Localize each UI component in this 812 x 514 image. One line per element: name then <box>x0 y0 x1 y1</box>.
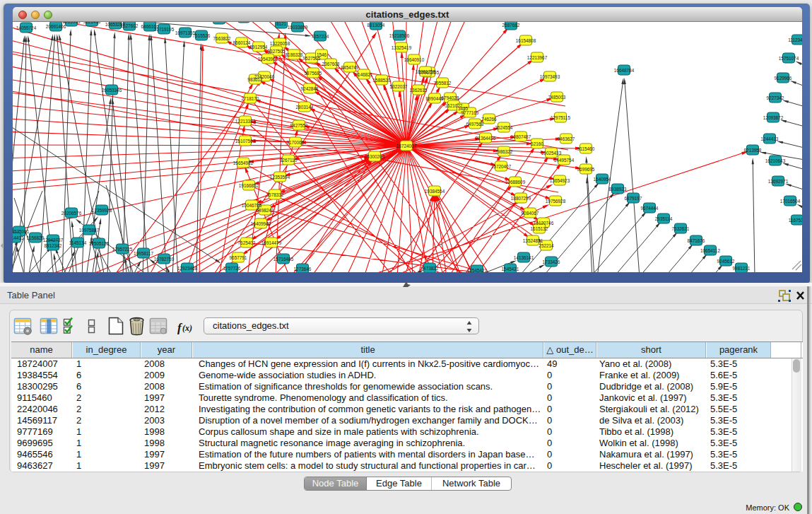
svg-text:8813054: 8813054 <box>367 23 385 28</box>
svg-text:9777169: 9777169 <box>461 110 479 115</box>
svg-text:9115460: 9115460 <box>577 146 595 151</box>
svg-text:16033809: 16033809 <box>288 25 308 30</box>
svg-text:21364436: 21364436 <box>476 136 496 141</box>
svg-text:9699695: 9699695 <box>577 167 595 172</box>
svg-text:13325419: 13325419 <box>392 45 412 50</box>
svg-text:12093872: 12093872 <box>763 115 784 120</box>
svg-text:16961758: 16961758 <box>416 69 436 74</box>
svg-text:2367608: 2367608 <box>322 62 340 66</box>
svg-text:9674444: 9674444 <box>641 206 659 211</box>
svg-text:(x): (x) <box>182 323 192 333</box>
svg-text:9463627: 9463627 <box>558 136 575 141</box>
svg-text:1615132: 1615132 <box>531 226 548 231</box>
svg-text:7485003: 7485003 <box>548 95 566 100</box>
svg-text:1244413: 1244413 <box>761 136 779 141</box>
svg-text:10025433: 10025433 <box>541 151 562 156</box>
svg-text:19756928: 19756928 <box>546 199 566 204</box>
svg-text:7955812: 7955812 <box>434 81 452 86</box>
svg-text:8121: 8121 <box>276 22 287 26</box>
svg-text:13524851: 13524851 <box>523 238 543 243</box>
svg-text:9129966: 9129966 <box>775 76 792 81</box>
svg-text:17016504: 17016504 <box>780 199 801 204</box>
svg-text:18807299: 18807299 <box>511 196 531 201</box>
svg-text:16120746: 16120746 <box>534 221 554 226</box>
svg-text:13654923: 13654923 <box>550 178 570 183</box>
svg-text:10046786: 10046786 <box>242 203 262 208</box>
svg-text:9245612: 9245612 <box>717 259 735 264</box>
svg-text:8938923: 8938923 <box>609 187 627 192</box>
svg-text:16654982: 16654982 <box>233 160 254 165</box>
svg-text:8213958: 8213958 <box>744 148 762 153</box>
svg-text:13692971: 13692971 <box>768 179 789 184</box>
svg-text:7986322: 7986322 <box>495 149 513 154</box>
svg-text:8427552: 8427552 <box>290 123 308 128</box>
svg-text:8471676: 8471676 <box>688 238 705 243</box>
svg-text:1170065: 1170065 <box>287 140 305 145</box>
svg-text:12213967: 12213967 <box>527 55 548 60</box>
svg-text:9227342: 9227342 <box>767 95 784 100</box>
svg-text:18724007: 18724007 <box>396 144 417 148</box>
svg-text:10807487: 10807487 <box>511 134 531 139</box>
svg-text:10543962: 10543962 <box>258 57 278 62</box>
svg-text:1545421: 1545421 <box>502 267 519 271</box>
svg-text:1757726: 1757726 <box>223 266 241 271</box>
svg-text:14136141: 14136141 <box>514 255 534 260</box>
svg-text:6794028: 6794028 <box>442 95 459 100</box>
svg-text:7632621: 7632621 <box>672 226 690 231</box>
svg-text:62160: 62160 <box>531 141 543 146</box>
svg-text:983612: 983612 <box>247 77 263 82</box>
svg-text:8454749: 8454749 <box>341 65 359 70</box>
svg-text:1546: 1546 <box>317 52 327 57</box>
svg-text:15720407: 15720407 <box>491 164 512 169</box>
svg-text:9657791: 9657791 <box>230 255 247 260</box>
svg-text:2687682: 2687682 <box>502 23 520 28</box>
svg-text:10973493: 10973493 <box>540 74 560 79</box>
svg-text:16648784: 16648784 <box>614 68 635 73</box>
svg-text:1167534: 1167534 <box>789 218 802 223</box>
svg-text:2803144: 2803144 <box>296 105 314 110</box>
svg-text:19384554: 19384554 <box>425 189 445 194</box>
svg-text:2718170: 2718170 <box>242 96 259 101</box>
svg-text:1640954: 1640954 <box>594 177 611 182</box>
svg-text:7357224: 7357224 <box>312 34 329 39</box>
svg-text:16210643: 16210643 <box>765 158 786 163</box>
svg-text:12975115: 12975115 <box>551 115 570 120</box>
svg-text:1273646: 1273646 <box>294 267 312 271</box>
svg-text:7625402: 7625402 <box>238 240 256 245</box>
svg-text:19166852: 19166852 <box>239 183 259 188</box>
svg-text:252214: 252214 <box>539 243 554 248</box>
svg-text:15716485: 15716485 <box>273 257 294 262</box>
svg-text:16154808: 16154808 <box>516 38 536 43</box>
svg-text:5498242: 5498242 <box>257 208 274 213</box>
svg-text:1362615: 1362615 <box>410 88 428 93</box>
svg-text:746266: 746266 <box>481 117 497 122</box>
svg-text:2935114: 2935114 <box>655 216 673 221</box>
svg-text:9242848: 9242848 <box>301 86 319 91</box>
svg-text:14495754: 14495754 <box>554 158 575 163</box>
svg-text:7663822: 7663822 <box>213 36 231 41</box>
svg-text:15751074: 15751074 <box>779 56 799 61</box>
svg-text:12353594: 12353594 <box>270 175 290 180</box>
svg-text:9981231: 9981231 <box>733 266 751 271</box>
svg-text:10688609: 10688609 <box>505 180 526 185</box>
svg-text:5875685: 5875685 <box>305 71 322 76</box>
svg-text:3578332: 3578332 <box>266 192 284 197</box>
svg-text:16107563: 16107563 <box>235 139 256 144</box>
svg-text:3624554: 3624554 <box>495 125 513 130</box>
svg-text:9084067: 9084067 <box>522 211 539 216</box>
svg-text:5322037: 5322037 <box>390 84 408 89</box>
svg-text:9473822: 9473822 <box>421 266 439 271</box>
svg-text:1588520: 1588520 <box>373 78 391 83</box>
svg-text:13226058: 13226058 <box>270 41 290 46</box>
svg-text:6497568: 6497568 <box>466 122 484 127</box>
svg-text:12213383: 12213383 <box>235 119 256 124</box>
svg-text:11123451: 11123451 <box>788 37 802 42</box>
svg-text:3267110: 3267110 <box>280 158 298 163</box>
svg-text:6879197: 6879197 <box>625 196 642 201</box>
svg-text:16409949: 16409949 <box>251 221 271 226</box>
svg-text:8912954: 8912954 <box>250 45 268 49</box>
svg-text:9327505: 9327505 <box>268 49 286 54</box>
svg-text:8660124: 8660124 <box>233 40 251 45</box>
svg-text:25300203: 25300203 <box>365 154 385 159</box>
svg-text:12545421: 12545421 <box>467 268 488 273</box>
